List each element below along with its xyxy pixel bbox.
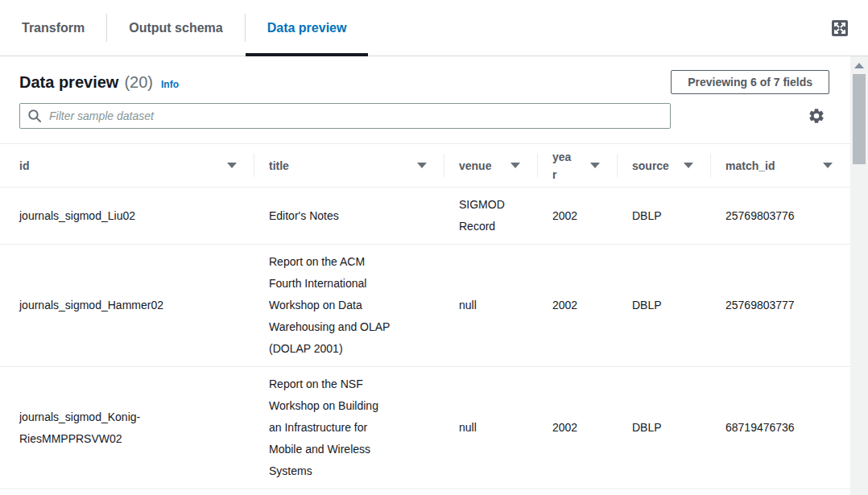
sort-caret-icon[interactable] [510,163,520,168]
cell-source: DBLP [618,245,711,367]
expand-icon[interactable] [832,20,848,36]
table-row: journals_sigmod_Liu02 Editor's Notes SIG… [0,188,850,245]
row-count-badge: (20) [124,73,153,92]
cell-year: 2002 [538,367,618,489]
cell-year: 2002 [538,245,618,367]
tab-bar: Transform Output schema Data preview [0,0,868,56]
cell-id: journals_sigmod_Hammer02 [0,245,254,367]
search-icon [27,109,42,123]
column-header-year[interactable]: year [538,144,618,188]
expand-arrows-icon [832,20,848,36]
column-label-title: title [269,157,289,175]
column-label-id: id [19,157,29,175]
column-header-id[interactable]: id [0,144,254,188]
cell-year: 2002 [538,188,618,245]
sort-caret-icon[interactable] [684,163,693,168]
vertical-scrollbar[interactable] [850,56,868,495]
toolbar: Data preview (20) Info Previewing 6 of 7… [19,69,829,95]
filter-search-box [19,103,671,129]
tab-data-preview[interactable]: Data preview [246,0,369,56]
cell-match_id: 68719476736 [711,367,850,489]
column-label-source: source [632,157,669,175]
tab-transform[interactable]: Transform [0,0,106,56]
column-header-venue[interactable]: venue [444,144,538,188]
page-title-text: Data preview [19,73,118,92]
previewing-fields-button[interactable]: Previewing 6 of 7 fields [671,70,829,94]
table-header-row: id title venue year [0,144,850,188]
cell-venue: null [444,245,538,367]
cell-source: DBLP [618,367,711,489]
table-row: journals_sigmod_Konig-RiesMMPPRSVW02 Rep… [0,367,850,489]
filter-sample-dataset-input[interactable] [19,103,671,129]
page-title: Data preview (20) Info [19,73,179,92]
column-label-year: year [552,148,575,184]
gear-icon [808,107,825,125]
column-label-match_id: match_id [725,157,775,175]
scrollbar-up-arrow-icon[interactable] [854,63,864,68]
settings-button[interactable] [808,107,825,125]
info-link[interactable]: Info [161,79,179,90]
sort-caret-icon[interactable] [417,163,427,168]
cell-title: Editor's Notes [254,188,444,245]
cell-source: DBLP [618,188,711,245]
cell-match_id: 25769803776 [711,188,850,245]
sort-caret-icon[interactable] [823,163,833,168]
cell-match_id: 25769803777 [711,245,850,367]
cell-title: Report on the NSF Workshop on Building a… [254,367,444,489]
table-row: journals_sigmod_Hammer02 Report on the A… [0,245,850,367]
cell-venue: null [444,367,538,489]
cell-venue: SIGMOD Record [444,188,538,245]
data-preview-table: id title venue year [0,143,850,489]
scrollbar-thumb[interactable] [853,74,866,164]
cell-id: journals_sigmod_Liu02 [0,188,254,245]
column-header-title[interactable]: title [254,144,444,188]
sort-caret-icon[interactable] [227,163,237,168]
sort-caret-icon[interactable] [590,163,600,168]
column-header-source[interactable]: source [618,144,711,188]
column-label-venue: venue [459,157,491,175]
tab-output-schema[interactable]: Output schema [107,0,244,56]
filter-row [19,103,829,129]
cell-id: journals_sigmod_Konig-RiesMMPPRSVW02 [0,367,254,489]
column-header-match_id[interactable]: match_id [711,144,850,188]
cell-title: Report on the ACM Fourth International W… [254,245,444,367]
